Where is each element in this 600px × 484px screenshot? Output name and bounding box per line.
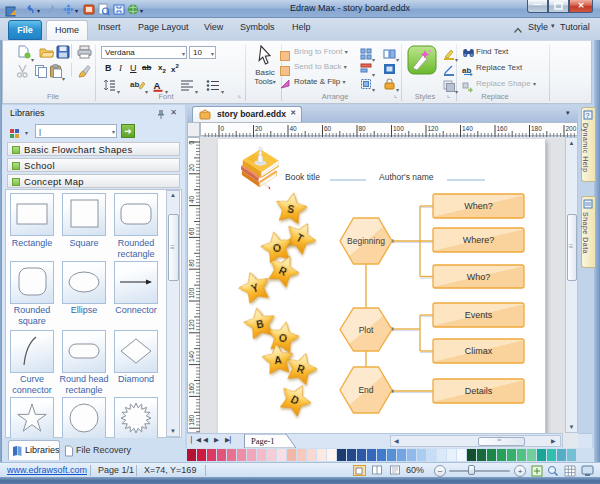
svg-text:Plot: Plot	[359, 325, 374, 335]
svg-text:0: 0	[188, 141, 195, 145]
svg-text:ab: ab	[462, 66, 471, 75]
svg-text:180: 180	[531, 125, 542, 132]
svg-text:80: 80	[359, 125, 367, 132]
svg-text:Page-1: Page-1	[251, 436, 275, 446]
svg-text:40: 40	[290, 125, 298, 132]
svg-text:140: 140	[462, 125, 473, 132]
svg-text:When?: When?	[464, 201, 493, 211]
svg-text:A: A	[154, 80, 161, 91]
svg-text:?: ?	[586, 112, 590, 119]
svg-text:180: 180	[188, 414, 195, 425]
svg-text:40: 40	[188, 195, 195, 203]
svg-text:100: 100	[393, 125, 404, 132]
svg-text:Author's name: Author's name	[379, 172, 434, 182]
svg-text:200: 200	[566, 125, 577, 132]
svg-text:120: 120	[188, 319, 195, 330]
svg-text:160: 160	[188, 383, 195, 394]
svg-text:Beginning: Beginning	[347, 236, 385, 246]
svg-text:Where?: Where?	[463, 235, 495, 245]
svg-text:80: 80	[188, 259, 195, 267]
svg-text:20: 20	[188, 164, 195, 172]
svg-text:Who?: Who?	[467, 272, 491, 282]
svg-text:60: 60	[324, 125, 332, 132]
svg-text:Events: Events	[465, 310, 493, 320]
svg-text:60: 60	[188, 227, 195, 235]
svg-text:ab: ab	[130, 80, 139, 89]
svg-text:160: 160	[497, 125, 508, 132]
svg-text:Book title: Book title	[285, 172, 320, 182]
svg-text:20: 20	[255, 125, 263, 132]
svg-text:0: 0	[221, 125, 225, 132]
svg-text:120: 120	[428, 125, 439, 132]
svg-text:End: End	[358, 385, 373, 395]
svg-text:140: 140	[188, 351, 195, 362]
svg-text:100: 100	[188, 287, 195, 298]
svg-text:Details: Details	[465, 386, 493, 396]
svg-text:Climax: Climax	[465, 346, 493, 356]
